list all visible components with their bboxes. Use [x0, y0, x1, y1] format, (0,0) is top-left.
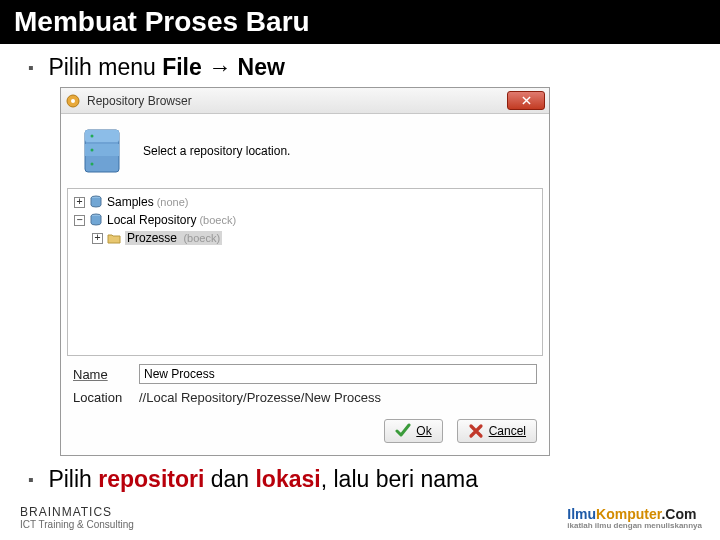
bullet2-dan: dan — [204, 466, 255, 492]
ok-button[interactable]: Ok — [384, 419, 442, 443]
bullet2-lokasi: lokasi — [255, 466, 320, 492]
name-input[interactable] — [139, 364, 537, 384]
close-button[interactable] — [507, 91, 545, 110]
expand-icon[interactable]: + — [92, 233, 103, 244]
cancel-label: Cancel — [489, 424, 526, 438]
footer-tagline: ICT Training & Consulting — [20, 519, 134, 530]
footer-site-part1: Ilmu — [567, 506, 596, 522]
database-icon — [89, 195, 103, 209]
bullet1-prefix: Pilih menu — [48, 54, 162, 80]
tree-row-prozesse[interactable]: + Prozesse (boeck) — [70, 229, 540, 247]
tree-row-local-repository[interactable]: − Local Repository (boeck) — [70, 211, 540, 229]
location-value: //Local Repository/Prozesse/New Process — [139, 390, 381, 405]
bullet1-new: New — [238, 54, 285, 80]
location-label: Location — [73, 390, 129, 405]
bullet-marker: ▪ — [28, 59, 42, 77]
tree-suffix: (none) — [157, 196, 189, 208]
dialog-intro: Select a repository location. — [67, 120, 543, 188]
tree-label: Prozesse — [127, 231, 177, 245]
server-icon — [75, 124, 129, 178]
bullet1-file: File — [162, 54, 202, 80]
tree-label: Local Repository — [107, 213, 196, 227]
bullet-1: ▪ Pilih menu File → New — [0, 44, 720, 87]
footer-site-part3: .Com — [661, 506, 696, 522]
footer-right-logo: IlmuKomputer.Com ikatlah ilmu dengan men… — [567, 506, 702, 530]
footer-site-tagline: ikatlah ilmu dengan menuliskannya — [567, 522, 702, 530]
bullet-2: ▪ Pilih repositori dan lokasi, lalu beri… — [0, 456, 720, 499]
tree-label: Samples — [107, 195, 154, 209]
footer-brand: BRAINMATICS — [20, 505, 134, 519]
dialog-titlebar: Repository Browser — [61, 88, 549, 114]
collapse-icon[interactable]: − — [74, 215, 85, 226]
intro-text: Select a repository location. — [143, 144, 290, 158]
svg-point-1 — [71, 99, 75, 103]
check-icon — [395, 423, 411, 439]
tree-suffix: (boeck) — [199, 214, 236, 226]
footer-site-part2: Komputer — [596, 506, 661, 522]
svg-point-7 — [91, 163, 94, 166]
name-label: Name — [73, 367, 129, 382]
repository-browser-dialog: Repository Browser Select a reposi — [60, 87, 550, 456]
ok-label: Ok — [416, 424, 431, 438]
svg-rect-3 — [85, 130, 119, 142]
repository-tree[interactable]: + Samples (none) − Local Repository (boe… — [67, 188, 543, 356]
svg-rect-4 — [85, 144, 119, 156]
svg-point-6 — [91, 149, 94, 152]
database-icon — [89, 213, 103, 227]
slide-title: Membuat Proses Baru — [0, 0, 720, 44]
bullet1-arrow: → — [202, 54, 238, 80]
bullet-marker: ▪ — [28, 471, 42, 489]
expand-icon[interactable]: + — [74, 197, 85, 208]
cancel-button[interactable]: Cancel — [457, 419, 537, 443]
bullet2-repo: repositori — [98, 466, 204, 492]
tree-row-samples[interactable]: + Samples (none) — [70, 193, 540, 211]
svg-point-5 — [91, 135, 94, 138]
tree-suffix: (boeck) — [183, 232, 220, 244]
x-icon — [468, 423, 484, 439]
footer-left-logo: BRAINMATICS ICT Training & Consulting — [20, 505, 134, 530]
close-icon — [522, 96, 531, 105]
folder-icon — [107, 231, 121, 245]
dialog-title: Repository Browser — [87, 94, 192, 108]
gear-icon — [65, 93, 81, 109]
bullet2-pilih: Pilih — [48, 466, 98, 492]
bullet2-rest: , lalu beri nama — [321, 466, 478, 492]
